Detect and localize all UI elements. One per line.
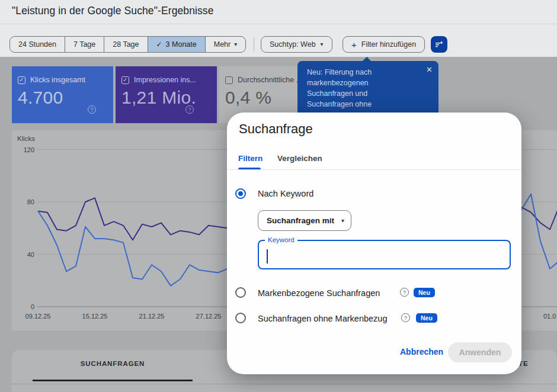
top-band: "Leistung in der Google Suche"-Ergebniss… bbox=[0, 0, 557, 57]
date-range-label: 7 Tage bbox=[73, 40, 95, 49]
keyword-input[interactable]: Keyword bbox=[258, 240, 511, 269]
radio-nach-keyword-selected[interactable] bbox=[235, 188, 246, 199]
checkbox-checked-icon[interactable]: ✓ bbox=[121, 76, 129, 84]
promo-text-line: Neu: Filterung nach bbox=[307, 67, 430, 78]
metric-value: 0,4 % bbox=[225, 88, 271, 108]
option-label: Suchanfragen ohne Markenbezug bbox=[258, 314, 387, 323]
promo-text-line: Suchanfragen ohne bbox=[307, 99, 430, 110]
x-axis-tick: 01.0 bbox=[543, 313, 556, 320]
help-icon[interactable]: ? bbox=[400, 288, 409, 297]
metric-card-impressionen[interactable]: ✓ Impressionen ins... 1,21 Mio. ? bbox=[116, 66, 217, 123]
chevron-down-icon: ▾ bbox=[234, 41, 237, 47]
option-label: Nach Keyword bbox=[258, 189, 313, 198]
close-icon[interactable]: ✕ bbox=[426, 65, 433, 74]
y-axis-tick: 80 bbox=[17, 198, 34, 205]
date-range-label: 3 Monate bbox=[166, 40, 197, 49]
operator-value: Suchanfragen mit bbox=[267, 216, 334, 225]
promo-text-line: Suchanfragen und bbox=[307, 88, 430, 99]
search-console-page: { "header": { "title": "\"Leistung in de… bbox=[0, 0, 557, 392]
date-range-28-tage[interactable]: 28 Tage bbox=[104, 37, 147, 52]
keyword-field-label: Keyword bbox=[265, 236, 297, 243]
help-icon[interactable]: ? bbox=[185, 105, 194, 114]
suchanfrage-filter-dialog: Suchanfrage Filtern Vergleichen Nach Key… bbox=[227, 113, 521, 374]
option-label: Markenbezogene Suchanfragen bbox=[258, 288, 380, 298]
y-axis-tick: 0 bbox=[17, 303, 34, 310]
metric-label: Durchschnittliche ... bbox=[238, 76, 302, 84]
search-type-chip[interactable]: Suchtyp: Web ▾ bbox=[261, 36, 332, 53]
date-range-7-tage[interactable]: 7 Tage bbox=[65, 37, 104, 52]
date-range-group: 24 Stunden 7 Tage 28 Tage ✓ 3 Monate Meh… bbox=[9, 36, 246, 53]
y-axis-tick: 40 bbox=[17, 251, 34, 258]
metric-card-header: ✓ Klicks insgesamt bbox=[18, 76, 85, 84]
tab-row-divider bbox=[12, 384, 557, 384]
metric-card-header: ✓ Impressionen ins... bbox=[121, 76, 196, 84]
chevron-down-icon: ▾ bbox=[321, 41, 324, 47]
x-axis-tick: 21.12.25 bbox=[139, 313, 165, 320]
checkbox-unchecked-icon[interactable] bbox=[225, 76, 233, 84]
neu-badge: Neu bbox=[414, 288, 435, 297]
date-range-3-monate-selected[interactable]: ✓ 3 Monate bbox=[148, 37, 205, 52]
radio-markenbezogene[interactable] bbox=[235, 287, 246, 298]
x-axis-tick: 15.12.25 bbox=[82, 313, 108, 320]
metric-card-klicks[interactable]: ✓ Klicks insgesamt 4.700 ? bbox=[12, 66, 113, 123]
metric-value: 1,21 Mio. bbox=[121, 88, 196, 108]
y-axis-tick: 120 bbox=[17, 146, 34, 153]
tab-active-underline bbox=[33, 380, 193, 381]
dialog-tabs: Filtern Vergleichen bbox=[227, 148, 521, 172]
header-divider bbox=[0, 24, 557, 24]
metric-label: Klicks insgesamt bbox=[30, 76, 85, 84]
add-filter-chip[interactable]: + Filter hinzufügen bbox=[342, 36, 425, 53]
page-title: "Leistung in der Google Suche"-Ergebniss… bbox=[12, 5, 213, 17]
date-range-label: Mehr bbox=[214, 40, 231, 49]
search-type-label: Suchtyp: Web bbox=[270, 40, 316, 49]
operator-dropdown[interactable]: Suchanfragen mit ▾ bbox=[258, 210, 351, 231]
tab-filtern[interactable]: Filtern bbox=[238, 154, 263, 163]
add-filter-label: Filter hinzufügen bbox=[361, 40, 416, 49]
date-range-label: 24 Stunden bbox=[18, 40, 56, 49]
apply-button-disabled[interactable]: Anwenden bbox=[448, 342, 512, 362]
metric-card-header: Durchschnittliche ... bbox=[225, 76, 302, 84]
date-range-label: 28 Tage bbox=[113, 40, 139, 49]
tab-vergleichen[interactable]: Vergleichen bbox=[277, 154, 322, 163]
x-axis-tick: 27.12.25 bbox=[196, 313, 222, 320]
radio-ohne-markenbezug[interactable] bbox=[235, 313, 246, 323]
neu-badge: Neu bbox=[416, 313, 437, 323]
cancel-button[interactable]: Abbrechen bbox=[400, 347, 443, 356]
toolbar-divider bbox=[254, 37, 254, 52]
dialog-tabs-divider bbox=[227, 169, 521, 170]
help-icon[interactable]: ? bbox=[88, 105, 96, 114]
new-filter-sparkle-button[interactable] bbox=[431, 36, 447, 53]
metric-label: Impressionen ins... bbox=[134, 76, 196, 84]
metric-value: 4.700 bbox=[18, 88, 63, 108]
text-cursor bbox=[267, 249, 268, 264]
x-axis-tick: 09.12.25 bbox=[25, 313, 51, 320]
checkbox-checked-icon[interactable]: ✓ bbox=[18, 76, 25, 84]
check-icon: ✓ bbox=[156, 40, 162, 49]
date-range-mehr-menu[interactable]: Mehr ▾ bbox=[205, 37, 246, 52]
filter-sparkle-icon bbox=[434, 39, 444, 50]
chevron-down-icon: ▾ bbox=[341, 218, 344, 224]
help-icon[interactable]: ? bbox=[401, 313, 410, 322]
promo-text-line: markenbezogenen bbox=[307, 78, 430, 88]
date-range-24-stunden[interactable]: 24 Stunden bbox=[10, 37, 65, 52]
plus-icon: + bbox=[351, 40, 357, 50]
dialog-title: Suchanfrage bbox=[239, 121, 313, 137]
tab-suchanfragen[interactable]: SUCHANFRAGEN bbox=[33, 360, 193, 367]
